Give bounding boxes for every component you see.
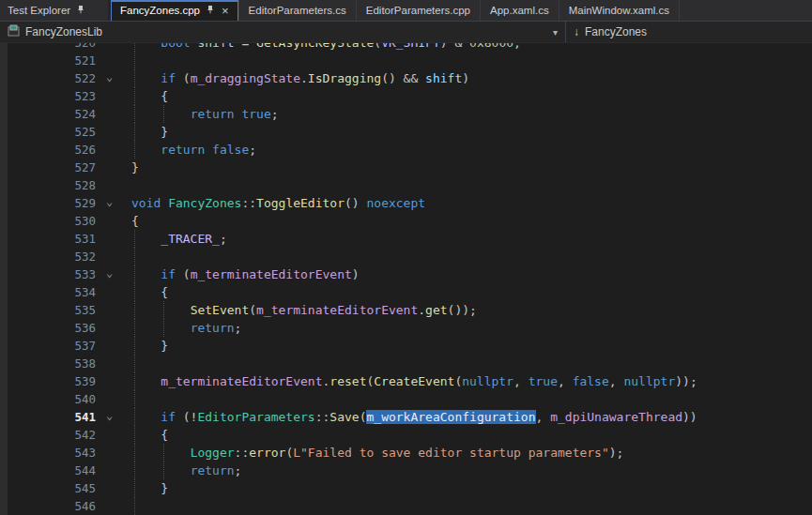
editor-left-edge xyxy=(0,426,8,444)
code-token xyxy=(131,446,191,460)
code-text[interactable]: } xyxy=(131,479,812,497)
fold-gutter xyxy=(98,159,131,176)
code-token xyxy=(205,143,212,157)
line-number: 544 xyxy=(8,462,98,479)
tab-editorparameters-cpp[interactable]: EditorParameters.cpp xyxy=(357,0,481,21)
code-text[interactable]: Logger::error(L"Failed to save editor st… xyxy=(131,444,812,462)
pin-icon[interactable] xyxy=(206,5,215,16)
code-text[interactable] xyxy=(131,52,812,69)
code-text[interactable] xyxy=(131,248,812,265)
tab-editorparameters-cs[interactable]: EditorParameters.cs xyxy=(239,0,357,21)
indent-guide xyxy=(134,43,135,52)
fold-indicator-icon[interactable]: ⌄ xyxy=(98,69,131,87)
editor-left-edge xyxy=(0,462,8,479)
code-text[interactable]: return; xyxy=(131,462,812,479)
project-dropdown[interactable]: FancyZonesLib ▾ xyxy=(0,22,566,42)
code-token: } xyxy=(131,481,168,495)
code-text[interactable] xyxy=(131,390,812,408)
close-icon[interactable]: × xyxy=(222,5,229,17)
code-line: 531 _TRACER_; xyxy=(0,230,812,248)
fold-indicator-icon[interactable]: ⌄ xyxy=(98,194,131,212)
code-text[interactable]: if (m_terminateEditorEvent) xyxy=(131,265,812,283)
code-text[interactable]: SetEvent(m_terminateEditorEvent.get()); xyxy=(131,301,812,319)
code-text[interactable]: { xyxy=(131,87,812,105)
editor-left-edge xyxy=(0,141,8,159)
fold-gutter xyxy=(98,230,131,248)
code-editor[interactable]: 520 bool shift = GetAsyncKeyState(VK_SHI… xyxy=(0,43,812,515)
code-token xyxy=(131,71,161,85)
tab-test-explorer[interactable]: Test Explorer xyxy=(0,0,111,21)
fold-gutter xyxy=(98,283,131,301)
indent-guide xyxy=(134,123,135,141)
code-text[interactable]: { xyxy=(131,283,812,301)
fold-indicator-icon[interactable]: ⌄ xyxy=(98,265,131,283)
editor-left-edge xyxy=(0,194,8,212)
code-token xyxy=(131,267,161,281)
editor-left-edge xyxy=(0,479,8,497)
code-token: :: xyxy=(235,446,250,460)
line-number: 527 xyxy=(8,159,98,176)
code-token: 0x8000 xyxy=(469,43,513,50)
code-text[interactable]: { xyxy=(131,426,812,444)
code-text[interactable]: return; xyxy=(131,319,812,337)
code-text[interactable]: if (!EditorParameters::Save(m_workAreaCo… xyxy=(131,408,812,426)
editor-left-edge xyxy=(0,105,8,123)
line-number: 532 xyxy=(8,248,98,265)
indent-guide xyxy=(163,462,164,479)
tab-fancyzones-cpp[interactable]: FancyZones.cpp× xyxy=(111,0,239,21)
code-text[interactable]: return true; xyxy=(131,105,812,123)
fold-gutter xyxy=(98,390,131,408)
code-text[interactable]: _TRACER_; xyxy=(131,230,812,248)
member-dropdown[interactable]: ↓ FancyZones xyxy=(566,22,812,42)
code-token: m_terminateEditorEvent xyxy=(256,303,418,317)
line-number: 523 xyxy=(8,87,98,105)
code-text[interactable]: bool shift = GetAsyncKeyState(VK_SHIFT) … xyxy=(131,43,812,52)
code-text[interactable] xyxy=(131,355,812,372)
code-token: { xyxy=(131,428,168,442)
code-text[interactable]: } xyxy=(131,123,812,141)
line-number: 529 xyxy=(8,194,98,212)
code-token: . xyxy=(300,71,308,85)
code-text[interactable] xyxy=(131,497,812,515)
code-text[interactable]: return false; xyxy=(131,141,812,159)
code-line: 532 xyxy=(0,248,812,265)
line-number: 528 xyxy=(8,176,98,194)
code-token: , xyxy=(536,410,551,424)
code-token: Save xyxy=(329,410,359,424)
code-text[interactable]: void FancyZones::ToggleEditor() noexcept xyxy=(131,194,812,212)
fold-gutter xyxy=(98,337,131,355)
editor-left-edge xyxy=(0,159,8,176)
code-line: 542 { xyxy=(0,426,812,444)
tab-mainwindow-xaml-cs[interactable]: MainWindow.xaml.cs xyxy=(559,0,680,21)
project-icon xyxy=(8,24,20,39)
code-token: ( xyxy=(176,71,191,85)
tab-app-xaml-cs[interactable]: App.xaml.cs xyxy=(481,0,559,21)
member-name: FancyZones xyxy=(585,25,647,38)
code-text[interactable]: } xyxy=(131,337,812,355)
code-token: ); xyxy=(609,446,624,460)
indent-guide xyxy=(134,230,135,248)
editor-left-edge xyxy=(0,69,8,87)
project-name: FancyZonesLib xyxy=(25,25,102,38)
code-token: :: xyxy=(315,410,330,424)
code-line: 523 { xyxy=(0,87,812,105)
fold-indicator-icon[interactable]: ⌄ xyxy=(98,408,131,426)
code-line: 530{ xyxy=(0,212,812,230)
editor-left-edge xyxy=(0,390,8,408)
editor-left-edge xyxy=(0,176,8,194)
code-token: , xyxy=(513,374,529,388)
editor-left-edge xyxy=(0,283,8,301)
code-text[interactable]: } xyxy=(131,159,812,176)
code-token: nullptr xyxy=(462,374,513,388)
code-text[interactable]: if (m_draggingState.IsDragging() && shif… xyxy=(131,69,812,87)
code-text[interactable] xyxy=(131,176,812,194)
code-text[interactable]: m_terminateEditorEvent.reset(CreateEvent… xyxy=(131,372,812,390)
code-token: error xyxy=(249,446,285,460)
pin-icon[interactable] xyxy=(76,5,85,16)
document-tabs: FancyZones.cpp×EditorParameters.csEditor… xyxy=(111,0,812,21)
code-token: } xyxy=(131,125,168,139)
code-token: m_draggingState xyxy=(191,71,300,85)
line-number: 545 xyxy=(8,479,98,497)
code-text[interactable]: { xyxy=(131,212,812,230)
chevron-down-icon[interactable]: ▾ xyxy=(553,27,558,38)
